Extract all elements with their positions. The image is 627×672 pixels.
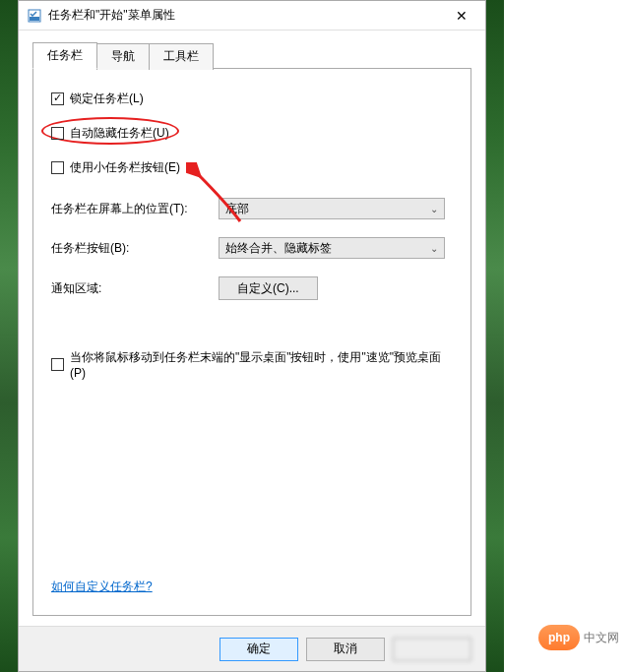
cancel-button[interactable]: 取消 [306,638,385,661]
checkbox-label[interactable]: 自动隐藏任务栏(U) [70,125,169,142]
chevron-down-icon: ⌄ [430,204,438,214]
desktop-bg-right [486,0,504,672]
field-label-position: 任务栏在屏幕上的位置(T): [51,201,219,217]
field-row-buttons: 任务栏按钮(B): 始终合并、隐藏标签 ⌄ [51,237,455,259]
tab-label: 任务栏 [47,48,83,62]
checkbox-label[interactable]: 锁定任务栏(L) [70,91,144,107]
checkbox-label[interactable]: 当你将鼠标移动到任务栏末端的"显示桌面"按钮时，使用"速览"预览桌面(P) [70,349,455,380]
field-row-notify: 通知区域: 自定义(C)... [51,276,455,300]
field-row-position: 任务栏在屏幕上的位置(T): 底部 ⌄ [51,198,455,219]
checkbox-lock-taskbar[interactable] [51,92,64,105]
tabs: 任务栏 导航 工具栏 [32,42,471,69]
checkbox-row-smallbuttons: 使用小任务栏按钮(E) [51,159,455,176]
button-label: 自定义(C)... [237,280,299,297]
field-label-buttons: 任务栏按钮(B): [51,240,219,257]
help-link-customize-taskbar[interactable]: 如何自定义任务栏? [51,579,153,595]
dropdown-value: 始终合并、隐藏标签 [225,240,332,257]
dropdown-value: 底部 [225,201,249,217]
checkbox-row-lock: 锁定任务栏(L) [51,91,455,107]
ok-button[interactable]: 确定 [219,638,298,661]
dialog-footer: 确定 取消 [19,626,485,671]
button-label: 取消 [334,641,357,657]
titlebar-title: 任务栏和"开始"菜单属性 [48,7,442,24]
checkbox-row-preview: 当你将鼠标移动到任务栏末端的"显示桌面"按钮时，使用"速览"预览桌面(P) [51,349,455,380]
watermark: php 中文网 [538,625,619,650]
dropdown-taskbar-buttons[interactable]: 始终合并、隐藏标签 ⌄ [219,237,445,259]
window-icon [27,8,42,24]
checkbox-autohide-taskbar[interactable] [51,127,64,140]
tab-label: 导航 [111,49,135,63]
taskbar-properties-dialog: 任务栏和"开始"菜单属性 ✕ 任务栏 导航 工具栏 锁定任务栏(L) 自动隐藏任… [18,0,486,672]
svg-rect-1 [30,17,39,21]
tab-toolbars[interactable]: 工具栏 [149,43,214,70]
watermark-logo: php [538,625,580,650]
close-button[interactable]: ✕ [442,3,481,29]
customize-notify-button[interactable]: 自定义(C)... [219,276,318,300]
field-label-notify: 通知区域: [51,280,219,297]
dropdown-taskbar-position[interactable]: 底部 ⌄ [219,198,445,219]
dialog-body: 任务栏 导航 工具栏 锁定任务栏(L) 自动隐藏任务栏(U) 使用小任务栏按钮(… [19,31,485,626]
checkbox-label[interactable]: 使用小任务栏按钮(E) [70,159,180,176]
close-icon: ✕ [456,8,468,24]
button-label: 确定 [247,641,271,657]
desktop-bg-left [0,0,18,672]
tab-navigation[interactable]: 导航 [96,43,150,70]
tab-taskbar[interactable]: 任务栏 [32,42,97,69]
chevron-down-icon: ⌄ [430,243,438,254]
tab-label: 工具栏 [163,49,199,63]
apply-button-blurred[interactable] [393,638,471,661]
tab-content: 锁定任务栏(L) 自动隐藏任务栏(U) 使用小任务栏按钮(E) [32,68,471,616]
watermark-text: 中文网 [584,630,619,646]
titlebar[interactable]: 任务栏和"开始"菜单属性 ✕ [19,1,485,31]
checkbox-peek-preview[interactable] [51,358,64,371]
checkbox-row-autohide: 自动隐藏任务栏(U) [51,125,455,142]
checkbox-small-buttons[interactable] [51,161,64,174]
